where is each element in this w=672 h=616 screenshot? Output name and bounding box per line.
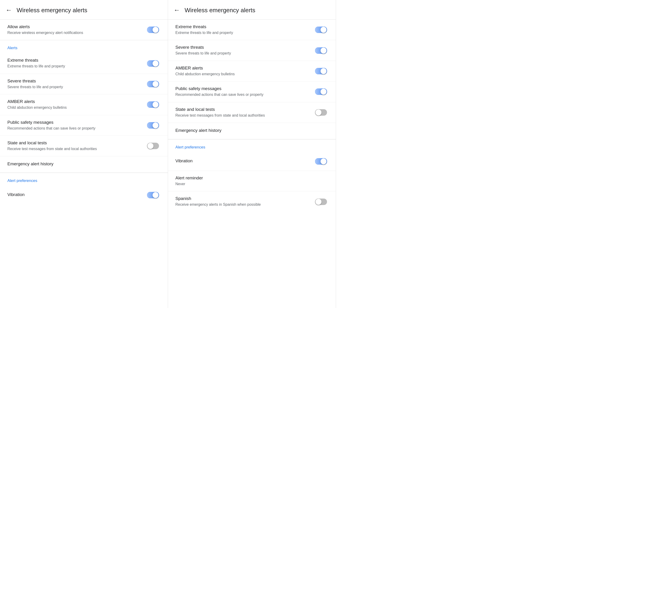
severe-threats-toggle-left[interactable] bbox=[147, 80, 160, 88]
preferences-section-right: Alert preferences Vibration Alert remind… bbox=[168, 139, 336, 212]
page-title-left: Wireless emergency alerts bbox=[17, 7, 87, 14]
emergency-history-title-right: Emergency alert history bbox=[175, 128, 222, 133]
state-local-title-left: State and local tests bbox=[7, 140, 141, 145]
amber-alerts-toggle-right[interactable] bbox=[315, 67, 328, 75]
severe-threats-title-left: Severe threats bbox=[7, 78, 141, 84]
alerts-section-right: Extreme threats Extreme threats to life … bbox=[168, 20, 336, 139]
extreme-threats-desc-left: Extreme threats to life and property bbox=[7, 64, 141, 69]
amber-alerts-row-left[interactable]: AMBER alerts Child abduction emergency b… bbox=[0, 94, 168, 115]
extreme-threats-row-right[interactable]: Extreme threats Extreme threats to life … bbox=[168, 20, 336, 40]
vibration-row-right[interactable]: Vibration bbox=[168, 152, 336, 171]
extreme-threats-toggle-right[interactable] bbox=[315, 26, 328, 33]
public-safety-desc-left: Recommended actions that can save lives … bbox=[7, 126, 141, 131]
emergency-history-row-left[interactable]: Emergency alert history bbox=[0, 156, 168, 173]
back-button-right[interactable]: ← bbox=[174, 6, 180, 14]
header-left: ← Wireless emergency alerts bbox=[0, 0, 168, 20]
severe-threats-desc-right: Severe threats to life and property bbox=[175, 51, 309, 56]
allow-alerts-section: Allow alerts Receive wireless emergency … bbox=[0, 20, 168, 40]
public-safety-title-right: Public safety messages bbox=[175, 86, 309, 91]
alert-reminder-title-right: Alert reminder bbox=[175, 175, 323, 180]
page-title-right: Wireless emergency alerts bbox=[185, 7, 255, 14]
vibration-row-left[interactable]: Vibration bbox=[0, 186, 168, 204]
allow-alerts-row[interactable]: Allow alerts Receive wireless emergency … bbox=[0, 20, 168, 40]
state-local-toggle-left[interactable] bbox=[147, 142, 160, 150]
amber-alerts-title-right: AMBER alerts bbox=[175, 66, 309, 71]
state-local-row-left[interactable]: State and local tests Receive test messa… bbox=[0, 136, 168, 156]
alert-reminder-row-right[interactable]: Alert reminder Never bbox=[168, 171, 336, 191]
panel-right: ← Wireless emergency alerts Extreme thre… bbox=[168, 0, 336, 308]
severe-threats-row-left[interactable]: Severe threats Severe threats to life an… bbox=[0, 74, 168, 94]
severe-threats-title-right: Severe threats bbox=[175, 45, 309, 50]
state-local-row-right[interactable]: State and local tests Receive test messa… bbox=[168, 102, 336, 123]
severe-threats-desc-left: Severe threats to life and property bbox=[7, 84, 141, 90]
alert-reminder-value-right: Never bbox=[175, 181, 323, 186]
state-local-title-right: State and local tests bbox=[175, 107, 309, 112]
panel-left: ← Wireless emergency alerts Allow alerts… bbox=[0, 0, 168, 308]
preferences-section-left: Alert preferences Vibration bbox=[0, 173, 168, 204]
amber-alerts-toggle-left[interactable] bbox=[147, 101, 160, 108]
spanish-row-right[interactable]: Spanish Receive emergency alerts in Span… bbox=[168, 191, 336, 212]
state-local-desc-right: Receive test messages from state and loc… bbox=[175, 113, 309, 118]
extreme-threats-toggle-left[interactable] bbox=[147, 60, 160, 67]
spanish-desc-right: Receive emergency alerts in Spanish when… bbox=[175, 202, 309, 207]
state-local-toggle-right[interactable] bbox=[315, 109, 328, 116]
spanish-title-right: Spanish bbox=[175, 196, 309, 201]
severe-threats-row-right[interactable]: Severe threats Severe threats to life an… bbox=[168, 40, 336, 61]
allow-alerts-desc: Receive wireless emergency alert notific… bbox=[7, 30, 141, 35]
back-button-left[interactable]: ← bbox=[6, 6, 12, 14]
alerts-section-left: Alerts Extreme threats Extreme threats t… bbox=[0, 40, 168, 173]
public-safety-desc-right: Recommended actions that can save lives … bbox=[175, 92, 309, 97]
emergency-history-row-right[interactable]: Emergency alert history bbox=[168, 123, 336, 139]
amber-alerts-title-left: AMBER alerts bbox=[7, 99, 141, 104]
vibration-toggle-left[interactable] bbox=[147, 191, 160, 199]
extreme-threats-desc-right: Extreme threats to life and property bbox=[175, 30, 309, 35]
public-safety-row-right[interactable]: Public safety messages Recommended actio… bbox=[168, 81, 336, 102]
extreme-threats-title-right: Extreme threats bbox=[175, 24, 309, 29]
preferences-label-right: Alert preferences bbox=[168, 139, 336, 152]
alerts-label-left: Alerts bbox=[0, 40, 168, 53]
amber-alerts-desc-left: Child abduction emergency bulletins bbox=[7, 105, 141, 110]
preferences-label-left: Alert preferences bbox=[0, 173, 168, 186]
public-safety-title-left: Public safety messages bbox=[7, 120, 141, 125]
extreme-threats-row-left[interactable]: Extreme threats Extreme threats to life … bbox=[0, 53, 168, 74]
allow-alerts-toggle[interactable] bbox=[147, 26, 160, 33]
state-local-desc-left: Receive test messages from state and loc… bbox=[7, 146, 141, 151]
extreme-threats-title-left: Extreme threats bbox=[7, 58, 141, 63]
emergency-history-title-left: Emergency alert history bbox=[7, 161, 54, 166]
severe-threats-toggle-right[interactable] bbox=[315, 47, 328, 54]
vibration-title-right: Vibration bbox=[175, 158, 309, 163]
allow-alerts-title: Allow alerts bbox=[7, 24, 141, 29]
vibration-toggle-right[interactable] bbox=[315, 158, 328, 165]
spanish-toggle-right[interactable] bbox=[315, 198, 328, 205]
amber-alerts-desc-right: Child abduction emergency bulletins bbox=[175, 72, 309, 77]
public-safety-toggle-right[interactable] bbox=[315, 88, 328, 95]
vibration-title-left: Vibration bbox=[7, 192, 141, 197]
public-safety-row-left[interactable]: Public safety messages Recommended actio… bbox=[0, 115, 168, 136]
header-right: ← Wireless emergency alerts bbox=[168, 0, 336, 20]
public-safety-toggle-left[interactable] bbox=[147, 122, 160, 129]
amber-alerts-row-right[interactable]: AMBER alerts Child abduction emergency b… bbox=[168, 61, 336, 81]
